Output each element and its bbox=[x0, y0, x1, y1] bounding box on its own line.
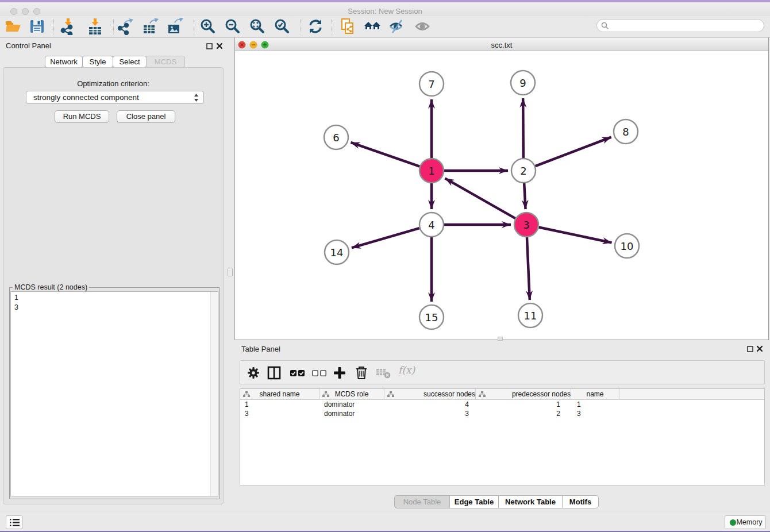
graph-edge[interactable] bbox=[445, 178, 515, 218]
toolbar-separator bbox=[53, 20, 54, 34]
control-panel-tabs: Network Style Select MCDS bbox=[45, 56, 185, 68]
table-split-handle[interactable] bbox=[498, 337, 503, 341]
column-header-name[interactable]: name bbox=[571, 389, 619, 399]
export-image-icon[interactable] bbox=[166, 18, 183, 35]
control-panel-title: Control Panel bbox=[6, 41, 51, 50]
run-mcds-button[interactable]: Run MCDS bbox=[55, 110, 109, 123]
table-cell[interactable]: 3 bbox=[384, 409, 476, 418]
tab-edge-table[interactable]: Edge Table bbox=[449, 495, 499, 508]
graph-node-label: 4 bbox=[428, 219, 434, 231]
graph-edge[interactable] bbox=[524, 183, 525, 209]
task-history-button[interactable] bbox=[6, 515, 23, 529]
network-canvas[interactable]: 7968124314101511 bbox=[235, 51, 768, 339]
table-cell[interactable]: 3 bbox=[240, 409, 319, 418]
table-panel-float-icon[interactable] bbox=[747, 346, 753, 352]
graph-node-label: 15 bbox=[425, 311, 438, 323]
node-table: shared name MCDS role successor nodes pr… bbox=[240, 388, 765, 485]
table-cell[interactable]: 1 bbox=[476, 400, 571, 409]
table-body: 1dominator4113dominator323 bbox=[240, 400, 764, 418]
graph-edge[interactable] bbox=[539, 228, 612, 243]
add-column-icon[interactable] bbox=[332, 365, 347, 380]
memory-button[interactable]: Memory bbox=[725, 515, 766, 529]
tab-network[interactable]: Network bbox=[45, 56, 83, 68]
tab-select[interactable]: Select bbox=[113, 56, 147, 68]
open-session-icon[interactable] bbox=[4, 18, 21, 35]
app-title: Session: New Session bbox=[0, 7, 770, 16]
network-graph: 7968124314101511 bbox=[235, 51, 768, 339]
zoom-in-icon[interactable] bbox=[199, 18, 217, 35]
graph-edge[interactable] bbox=[527, 237, 530, 300]
settings-gear-icon[interactable] bbox=[246, 365, 261, 380]
table-header-row: shared name MCDS role successor nodes pr… bbox=[240, 389, 764, 400]
list-icon bbox=[10, 518, 20, 527]
tab-motifs[interactable]: Motifs bbox=[562, 495, 599, 508]
result-scrollbar[interactable] bbox=[210, 292, 218, 496]
save-session-icon[interactable] bbox=[28, 18, 45, 35]
table-cell[interactable]: dominator bbox=[319, 400, 384, 409]
graph-edge[interactable] bbox=[351, 142, 419, 167]
table-row[interactable]: 1dominator411 bbox=[240, 400, 764, 409]
network-window-title: scc.txt bbox=[235, 41, 768, 49]
close-panel-button[interactable]: Close panel bbox=[117, 110, 175, 123]
table-cell[interactable]: 4 bbox=[384, 400, 476, 409]
table-panel-close-icon[interactable] bbox=[756, 345, 763, 352]
search-input[interactable] bbox=[612, 21, 759, 30]
hide-selected-icon[interactable] bbox=[388, 18, 406, 35]
import-table-icon[interactable] bbox=[86, 18, 103, 35]
control-panel-close-icon[interactable] bbox=[216, 43, 223, 49]
panel-split-handle[interactable] bbox=[228, 268, 233, 276]
column-header-shared-name[interactable]: shared name bbox=[240, 389, 319, 399]
column-header-successor-nodes[interactable]: successor nodes bbox=[384, 389, 476, 399]
table-panel-title: Table Panel bbox=[241, 345, 280, 353]
delete-column-icon[interactable] bbox=[354, 365, 369, 380]
network-view-window: scc.txt 7968124314101511 bbox=[234, 37, 769, 340]
graph-edge[interactable] bbox=[536, 137, 611, 167]
column-type-icon bbox=[387, 391, 394, 398]
column-header-mcds-role[interactable]: MCDS role bbox=[319, 389, 384, 399]
column-type-icon bbox=[479, 391, 486, 398]
table-cell[interactable]: 3 bbox=[571, 409, 619, 418]
table-cell[interactable]: 1 bbox=[571, 400, 619, 409]
toolbar-separator bbox=[113, 20, 114, 34]
graph-edge[interactable] bbox=[523, 98, 523, 158]
table-cell[interactable]: 2 bbox=[476, 409, 571, 418]
statusbar-divider bbox=[0, 511, 770, 511]
table-row[interactable]: 3dominator323 bbox=[240, 409, 764, 418]
table-cell[interactable]: 1 bbox=[240, 400, 319, 409]
graph-node-label: 10 bbox=[621, 240, 634, 252]
criterion-dropdown[interactable]: strongly connected component bbox=[26, 91, 204, 104]
graph-edge[interactable] bbox=[352, 228, 419, 248]
zoom-out-icon[interactable] bbox=[224, 18, 241, 35]
table-toolbar: f(x) bbox=[240, 360, 765, 384]
zoom-selected-icon[interactable] bbox=[274, 18, 291, 35]
column-type-icon bbox=[243, 391, 250, 398]
unselect-all-icon[interactable] bbox=[311, 365, 328, 380]
function-builder-icon[interactable]: f(x) bbox=[398, 364, 415, 376]
graph-node-label: 11 bbox=[524, 310, 537, 322]
mcds-result-lines: 13 bbox=[11, 292, 218, 313]
refresh-layout-icon[interactable] bbox=[307, 18, 324, 35]
delete-table-icon[interactable] bbox=[376, 365, 392, 380]
column-header-predecessor-nodes[interactable]: predecessor nodes bbox=[476, 389, 571, 399]
mcds-result-box[interactable]: 13 bbox=[10, 291, 218, 496]
search-field[interactable] bbox=[596, 19, 764, 32]
show-all-icon[interactable] bbox=[414, 18, 432, 35]
network-window-titlebar[interactable]: scc.txt bbox=[235, 37, 768, 51]
first-neighbors-icon[interactable] bbox=[364, 18, 381, 35]
clone-network-icon[interactable] bbox=[339, 18, 356, 35]
control-panel-float-icon[interactable] bbox=[206, 43, 213, 49]
import-network-icon[interactable] bbox=[59, 18, 76, 35]
optimization-criterion-label: Optimization criterion: bbox=[0, 79, 226, 88]
select-all-icon[interactable] bbox=[290, 365, 306, 380]
tab-style[interactable]: Style bbox=[82, 56, 113, 68]
graph-node-label: 7 bbox=[428, 78, 434, 90]
fit-content-icon[interactable] bbox=[249, 18, 266, 35]
table-cell[interactable]: dominator bbox=[319, 409, 384, 418]
tab-node-table[interactable]: Node Table bbox=[394, 495, 450, 508]
export-network-icon[interactable] bbox=[117, 18, 134, 35]
tab-mcds[interactable]: MCDS bbox=[146, 56, 185, 68]
graph-node-label: 8 bbox=[622, 126, 629, 138]
tab-network-table[interactable]: Network Table bbox=[498, 495, 563, 508]
export-table-icon[interactable] bbox=[141, 18, 159, 35]
show-columns-icon[interactable] bbox=[267, 365, 282, 380]
